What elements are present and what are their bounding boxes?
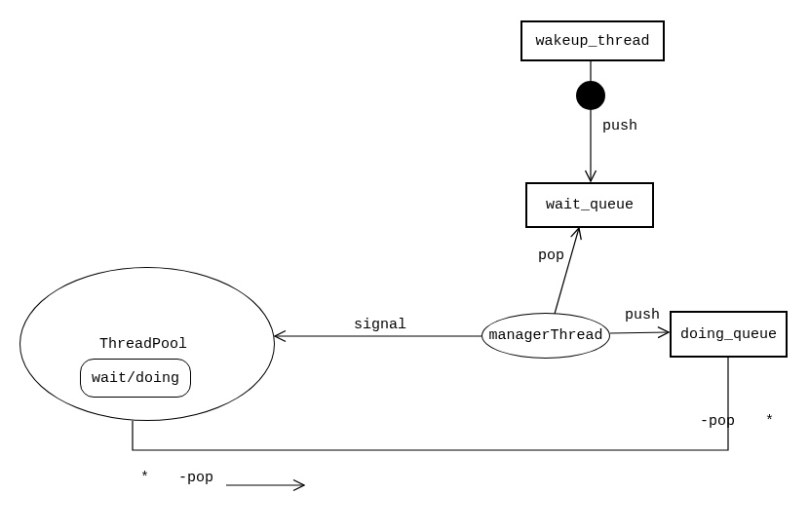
node-solid-dot <box>576 81 605 110</box>
node-wait-doing: wait/doing <box>80 359 191 398</box>
node-doing-queue-label: doing_queue <box>680 326 777 343</box>
diagram-canvas: wakeup_thread wait_queue managerThread d… <box>0 0 809 532</box>
node-manager-thread-label: managerThread <box>488 327 602 344</box>
edge-label-push-1: push <box>602 118 637 134</box>
edge-push-2 <box>610 332 669 333</box>
edge-label-star-a: * <box>765 413 774 430</box>
edge-pop-1 <box>555 228 579 314</box>
node-wait-queue: wait_queue <box>525 182 654 228</box>
node-doing-queue: doing_queue <box>670 311 788 358</box>
node-wakeup-thread-label: wakeup_thread <box>535 33 649 50</box>
edge-label-pop-2b: -pop <box>178 470 213 486</box>
node-thread-pool-label: ThreadPool <box>99 336 187 353</box>
edge-label-push-2: push <box>625 307 660 323</box>
node-manager-thread: managerThread <box>482 313 610 359</box>
edge-label-signal: signal <box>354 317 406 333</box>
edge-label-star-b: * <box>140 470 149 486</box>
node-wakeup-thread: wakeup_thread <box>520 20 665 61</box>
edges-layer <box>0 0 809 532</box>
node-wait-queue-label: wait_queue <box>546 197 634 213</box>
node-wait-doing-label: wait/doing <box>92 370 179 387</box>
edge-label-pop-1: pop <box>538 247 564 264</box>
edge-label-pop-2a: -pop <box>700 413 735 430</box>
